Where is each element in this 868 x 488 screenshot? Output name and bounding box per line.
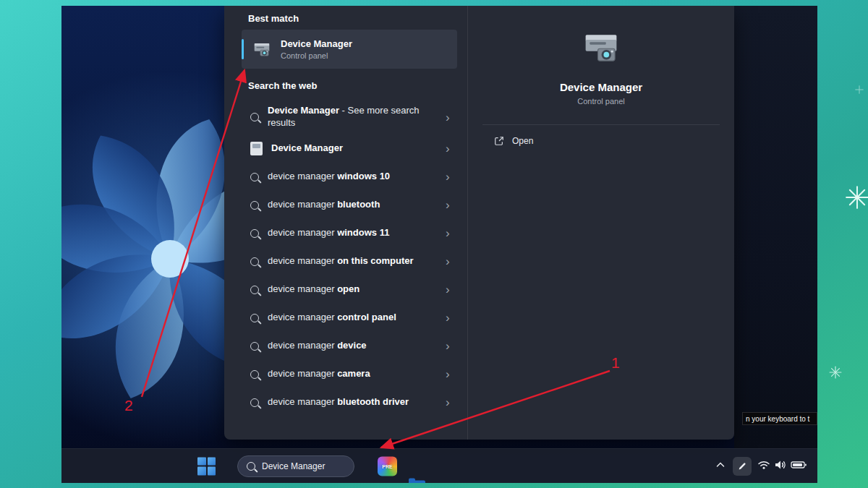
search-results-column: Best match Device Manager Contr bbox=[224, 6, 468, 440]
search-suggestion[interactable]: device manager device bbox=[224, 332, 467, 360]
device-manager-icon-large bbox=[582, 27, 621, 67]
search-suggestion[interactable]: device manager windows 11 bbox=[224, 219, 467, 247]
search-icon bbox=[250, 398, 259, 407]
taskbar: Device Manager PRE M bbox=[61, 448, 817, 483]
search-icon bbox=[250, 229, 259, 238]
volume-icon[interactable] bbox=[774, 459, 787, 474]
search-the-web-header: Search the web bbox=[248, 80, 467, 91]
sparkle-decoration bbox=[855, 85, 864, 94]
chevron-right-icon[interactable] bbox=[446, 340, 453, 352]
chevron-right-icon[interactable] bbox=[446, 142, 453, 155]
device-manager-icon bbox=[252, 40, 271, 59]
detail-subtitle: Control panel bbox=[577, 97, 624, 106]
search-suggestion[interactable]: device manager bluetooth driver bbox=[224, 388, 467, 416]
search-icon bbox=[250, 342, 259, 351]
sparkle-decoration bbox=[845, 185, 868, 210]
chevron-right-icon[interactable] bbox=[446, 111, 453, 124]
chevron-right-icon[interactable] bbox=[446, 283, 453, 296]
search-suggestion[interactable]: device manager open bbox=[224, 275, 467, 304]
battery-icon[interactable] bbox=[791, 460, 807, 473]
suggestion-text: device manager on this computer bbox=[268, 255, 423, 267]
best-match-title: Device Manager bbox=[281, 38, 352, 49]
search-suggestion[interactable]: device manager control panel bbox=[224, 304, 467, 332]
device-manager-app-icon bbox=[250, 142, 263, 155]
suggestion-text: device manager open bbox=[268, 283, 423, 296]
search-suggestion[interactable]: device manager on this computer bbox=[224, 247, 467, 275]
suggestion-text: Device Manager - See more search results bbox=[268, 105, 423, 129]
selection-accent-bar bbox=[242, 39, 244, 59]
windows-logo-icon bbox=[197, 457, 206, 466]
detail-title: Device Manager bbox=[560, 81, 642, 93]
best-match-result[interactable]: Device Manager Control panel bbox=[242, 30, 457, 69]
open-label: Open bbox=[512, 136, 533, 146]
search-icon bbox=[250, 370, 259, 379]
wifi-icon[interactable] bbox=[757, 459, 770, 474]
pre-app-icon[interactable]: PRE bbox=[378, 456, 397, 476]
chevron-right-icon[interactable] bbox=[446, 171, 453, 183]
chevron-right-icon[interactable] bbox=[446, 312, 453, 324]
search-suggestion-see-more[interactable]: Device Manager - See more search results bbox=[224, 100, 467, 134]
chevron-right-icon[interactable] bbox=[446, 227, 453, 239]
search-icon bbox=[250, 113, 259, 121]
sparkle-decoration bbox=[829, 366, 842, 379]
best-match-subtitle: Control panel bbox=[281, 51, 352, 60]
suggestion-text: device manager camera bbox=[268, 368, 423, 380]
result-detail-pane: Device Manager Control panel Open bbox=[468, 6, 734, 440]
best-match-header: Best match bbox=[248, 13, 467, 24]
start-button[interactable] bbox=[197, 457, 216, 475]
tray-chevron-up-icon[interactable] bbox=[715, 459, 726, 474]
best-match-text: Device Manager Control panel bbox=[281, 38, 352, 60]
dimmed-desktop-strip bbox=[734, 6, 817, 448]
search-icon bbox=[250, 173, 259, 181]
search-icon bbox=[250, 286, 259, 294]
screenshot-stage: Best match Device Manager Contr bbox=[0, 0, 868, 488]
suggestion-text: device manager windows 10 bbox=[268, 171, 423, 183]
chevron-right-icon[interactable] bbox=[446, 368, 453, 380]
open-action-button[interactable]: Open bbox=[494, 136, 533, 146]
tooltip-fragment: n your keyboard to t bbox=[742, 412, 817, 425]
pen-menu-icon[interactable] bbox=[733, 457, 752, 476]
windows-desktop: Best match Device Manager Contr bbox=[61, 6, 817, 483]
suggestion-text: device manager device bbox=[268, 340, 423, 352]
chevron-right-icon[interactable] bbox=[446, 199, 453, 211]
search-icon bbox=[247, 462, 255, 471]
file-explorer-icon[interactable] bbox=[407, 476, 427, 483]
suggestion-text: Device Manager bbox=[271, 142, 427, 155]
suggestion-text: device manager windows 11 bbox=[268, 227, 423, 239]
web-result-list: Device Manager - See more search results… bbox=[224, 100, 467, 416]
taskbar-search-value: Device Manager bbox=[262, 461, 325, 471]
chevron-right-icon[interactable] bbox=[446, 396, 453, 408]
search-icon bbox=[250, 201, 259, 210]
search-suggestion[interactable]: device manager camera bbox=[224, 360, 467, 388]
search-suggestion[interactable]: device manager windows 10 bbox=[224, 163, 467, 191]
search-suggestion[interactable]: device manager bluetooth bbox=[224, 191, 467, 219]
detail-divider bbox=[482, 124, 720, 125]
search-icon bbox=[250, 257, 259, 266]
suggestion-text: device manager control panel bbox=[268, 312, 423, 324]
search-icon bbox=[250, 314, 259, 322]
start-search-flyout: Best match Device Manager Contr bbox=[224, 6, 734, 440]
suggestion-text: device manager bluetooth bbox=[268, 199, 423, 211]
suggestion-text: device manager bluetooth driver bbox=[268, 396, 423, 408]
taskbar-search-box[interactable]: Device Manager bbox=[237, 455, 354, 477]
chevron-right-icon[interactable] bbox=[446, 255, 453, 267]
open-external-icon bbox=[494, 136, 504, 146]
search-suggestion-app[interactable]: Device Manager bbox=[224, 134, 467, 163]
